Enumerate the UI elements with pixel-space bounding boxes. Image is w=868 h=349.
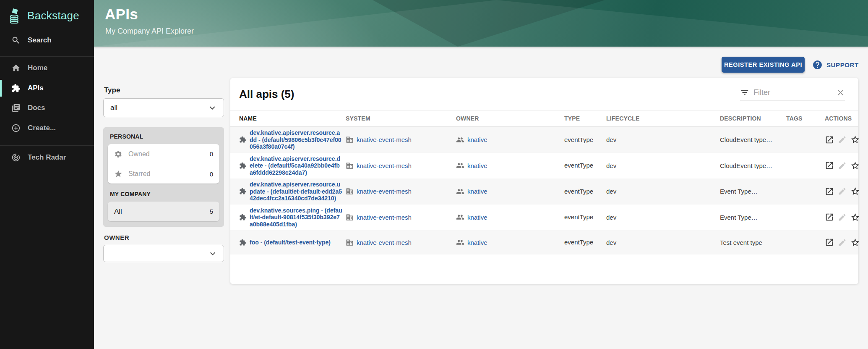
edit-pencil-icon[interactable]: [838, 161, 847, 170]
puzzle-icon: [239, 136, 246, 143]
column-header-name[interactable]: NAME: [230, 115, 346, 122]
gear-icon: [114, 150, 123, 158]
sidebar-item-docs[interactable]: Docs: [0, 98, 94, 118]
open-in-new-icon[interactable]: [825, 135, 834, 144]
plus-circle-icon: [11, 123, 21, 133]
description-value: Test event type: [720, 239, 762, 246]
backstage-logo-icon: [8, 8, 23, 24]
page-header: APIs My Company API Explorer: [94, 0, 868, 47]
type-value: eventType: [564, 162, 594, 169]
sidebar-divider: [0, 56, 94, 57]
starred-filter-item[interactable]: Starred 0: [108, 164, 219, 184]
table-filter-field: [740, 88, 845, 100]
star-icon: [114, 170, 123, 178]
building-icon: [346, 162, 354, 170]
table-row: dev.knative.apiserver.resource.delete - …: [230, 153, 858, 179]
open-in-new-icon[interactable]: [825, 213, 834, 222]
register-existing-api-button[interactable]: REGISTER EXISTING API: [722, 57, 805, 73]
backstage-logo[interactable]: Backstage: [8, 8, 79, 24]
home-icon: [11, 63, 21, 73]
system-link[interactable]: knative-event-mesh: [357, 188, 412, 195]
sidebar-item-create[interactable]: Create...: [0, 118, 94, 138]
puzzle-icon: [239, 239, 246, 246]
table-row: dev.knative.apiserver.resource.update - …: [230, 178, 858, 205]
column-header-lifecycle[interactable]: LIFECYCLE: [606, 115, 720, 122]
table-header-bar: All apis (5): [230, 78, 858, 110]
edit-pencil-icon[interactable]: [838, 238, 847, 247]
chevron-down-icon: [208, 249, 218, 259]
api-name-link[interactable]: dev.knative.apiserver.resource.update - …: [250, 181, 342, 202]
system-link[interactable]: knative-event-mesh: [357, 239, 412, 246]
star-outline-icon[interactable]: [850, 238, 860, 247]
group-icon: [456, 136, 464, 144]
owner-link[interactable]: knative: [467, 162, 487, 169]
group-icon: [456, 213, 464, 221]
api-name-link[interactable]: dev.knative.apiserver.resource.delete - …: [250, 155, 342, 176]
owner-link[interactable]: knative: [467, 136, 487, 143]
sidebar-divider: [0, 145, 94, 146]
group-icon: [456, 238, 464, 247]
page-title: APIs: [105, 6, 138, 23]
company-group-label: MY COMPANY: [110, 191, 219, 197]
search-icon: [11, 36, 21, 45]
support-button[interactable]: SUPPORT: [812, 59, 859, 70]
clear-filter-button[interactable]: [836, 88, 845, 97]
group-icon: [456, 161, 464, 170]
sidebar-item-home[interactable]: Home: [0, 58, 94, 78]
table-filter-input[interactable]: [753, 88, 832, 97]
edit-pencil-icon[interactable]: [838, 187, 847, 196]
column-header-tags[interactable]: TAGS: [786, 115, 825, 122]
filter-list-icon: [740, 88, 749, 97]
owner-link[interactable]: knative: [467, 239, 487, 246]
type-value: eventType: [564, 136, 594, 143]
sidebar-item-label: Home: [28, 64, 47, 72]
edit-pencil-icon[interactable]: [838, 135, 847, 144]
owned-filter-item[interactable]: Owned 0: [108, 144, 219, 164]
star-outline-icon[interactable]: [850, 135, 860, 144]
type-filter-label: Type: [104, 86, 224, 94]
system-link[interactable]: knative-event-mesh: [357, 136, 412, 143]
table-row: dev.knative.sources.ping - (default/et-d…: [230, 205, 858, 231]
system-link[interactable]: knative-event-mesh: [357, 214, 412, 221]
star-outline-icon[interactable]: [850, 186, 860, 196]
open-in-new-icon[interactable]: [825, 161, 834, 170]
sidebar-search[interactable]: Search: [0, 32, 94, 49]
puzzle-icon: [239, 188, 246, 195]
sidebar-item-tech-radar[interactable]: Tech Radar: [0, 147, 94, 168]
edit-pencil-icon[interactable]: [838, 213, 847, 222]
column-header-system[interactable]: SYSTEM: [346, 115, 456, 122]
filter-panel: Type all PERSONAL Owned 0: [103, 86, 224, 262]
api-name-link[interactable]: dev.knative.sources.ping - (default/et-d…: [250, 207, 342, 228]
sidebar-search-label: Search: [28, 36, 52, 45]
owner-filter-select[interactable]: [103, 245, 224, 262]
api-name-link[interactable]: foo - (default/test-event-type): [250, 239, 331, 246]
description-value: CloudEvent type…: [720, 136, 772, 143]
all-filter-label: All: [114, 207, 204, 216]
open-in-new-icon[interactable]: [825, 187, 834, 196]
star-outline-icon[interactable]: [850, 161, 860, 171]
all-filter-item[interactable]: All 5: [108, 202, 219, 221]
sidebar-item-apis[interactable]: APIs: [0, 78, 94, 98]
column-header-type[interactable]: TYPE: [564, 115, 606, 122]
type-filter-select[interactable]: all: [103, 98, 224, 117]
column-header-owner[interactable]: OWNER: [456, 115, 564, 122]
puzzle-icon: [239, 214, 246, 221]
sidebar-item-label: Create...: [28, 124, 56, 132]
starred-filter-label: Starred: [128, 170, 204, 178]
owner-link[interactable]: knative: [467, 214, 487, 221]
sidebar-item-label: Tech Radar: [28, 153, 66, 162]
personal-group-label: PERSONAL: [110, 133, 219, 140]
puzzle-icon: [11, 84, 21, 93]
star-outline-icon[interactable]: [850, 213, 860, 222]
target-icon: [11, 153, 21, 162]
chevron-down-icon: [207, 102, 218, 113]
type-filter-value: all: [110, 104, 117, 112]
api-name-link[interactable]: dev.knative.apiserver.resource.add - (de…: [250, 129, 342, 150]
system-link[interactable]: knative-event-mesh: [357, 162, 412, 169]
owner-link[interactable]: knative: [467, 188, 487, 195]
column-header-description[interactable]: DESCRIPTION: [720, 115, 786, 122]
open-in-new-icon[interactable]: [825, 238, 834, 247]
type-value: eventType: [564, 213, 594, 220]
owner-filter-label: OWNER: [104, 234, 224, 241]
description-value: CloudEvent type…: [720, 162, 772, 169]
